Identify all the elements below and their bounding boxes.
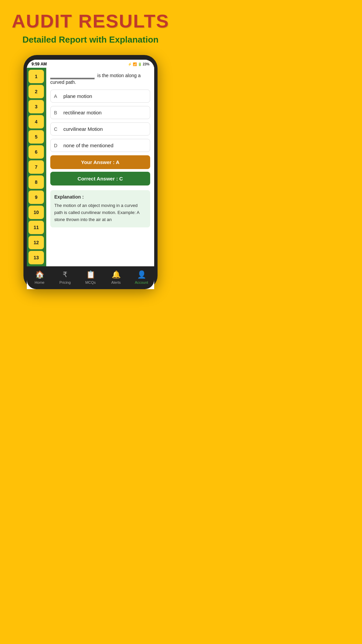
sidebar-item-7[interactable]: 7 <box>28 160 44 174</box>
nav-alerts[interactable]: 🔔 Alerts <box>106 270 126 284</box>
page-header: AUDIT RESULTS Detailed Report with Expla… <box>0 0 181 48</box>
nav-mcqs-label: MCQs <box>85 280 96 284</box>
sidebar-item-4[interactable]: 4 <box>28 115 44 128</box>
explanation-box: Explanation : The motion of an object mo… <box>50 190 150 227</box>
nav-pricing-label: Pricing <box>59 280 71 284</box>
account-icon: 👤 <box>137 270 146 279</box>
option-d[interactable]: D none of the mentioned <box>50 139 150 152</box>
nav-pricing[interactable]: ₹ Pricing <box>55 270 75 284</box>
subtitle: Detailed Report with Explanation <box>7 35 174 45</box>
option-c-letter: C <box>54 126 60 132</box>
sidebar-item-13[interactable]: 13 <box>28 251 44 264</box>
status-time: 9:59 AM <box>32 62 47 66</box>
content-area: 1 2 3 4 5 6 7 8 9 10 11 12 13 __________… <box>27 68 154 266</box>
sidebar-item-12[interactable]: 12 <box>28 236 44 249</box>
signal-icon: ⚡ <box>128 62 132 66</box>
option-d-text: none of the mentioned <box>63 143 113 148</box>
option-a-letter: A <box>54 94 60 99</box>
battery-percent: 23% <box>143 62 149 66</box>
status-icons: ⚡ 📶 🔋 23% <box>128 62 149 66</box>
sidebar-item-5[interactable]: 5 <box>28 130 44 144</box>
question-blank: _________________ <box>50 73 95 79</box>
sidebar-item-1[interactable]: 1 <box>28 70 44 83</box>
question-area: _________________ is the motion along a … <box>46 68 154 266</box>
nav-mcqs[interactable]: 📋 MCQs <box>80 270 101 284</box>
option-c-text: curvilinear Motion <box>63 126 103 132</box>
option-a-text: plane motion <box>63 93 92 99</box>
correct-answer-button[interactable]: Correct Answer : C <box>50 172 150 185</box>
sidebar-item-9[interactable]: 9 <box>28 191 44 204</box>
sidebar-item-11[interactable]: 11 <box>28 221 44 234</box>
sidebar-item-3[interactable]: 3 <box>28 100 44 113</box>
bottom-navigation: 🏠 Home ₹ Pricing 📋 MCQs 🔔 Alerts 👤 Accou… <box>27 266 154 289</box>
your-answer-button[interactable]: Your Answer : A <box>50 155 150 169</box>
alerts-icon: 🔔 <box>112 270 121 279</box>
pricing-icon: ₹ <box>63 270 67 279</box>
option-b-text: rectilinear motion <box>63 110 102 115</box>
explanation-title: Explanation : <box>54 194 146 200</box>
phone-frame: 9:59 AM ⚡ 📶 🔋 23% 1 2 3 4 5 6 7 8 9 10 <box>23 55 158 289</box>
nav-home[interactable]: 🏠 Home <box>29 270 50 284</box>
audit-title: AUDIT RESULTS <box>7 10 174 32</box>
question-sidebar: 1 2 3 4 5 6 7 8 9 10 11 12 13 <box>27 68 46 266</box>
nav-account[interactable]: 👤 Account <box>131 270 152 284</box>
sidebar-item-2[interactable]: 2 <box>28 85 44 98</box>
option-b[interactable]: B rectilinear motion <box>50 106 150 119</box>
option-c[interactable]: C curvilinear Motion <box>50 122 150 136</box>
question-text: _________________ is the motion along a … <box>50 72 150 86</box>
status-bar: 9:59 AM ⚡ 📶 🔋 23% <box>27 60 154 68</box>
explanation-text: The motion of an object moving in a curv… <box>54 202 146 223</box>
sidebar-item-8[interactable]: 8 <box>28 175 44 189</box>
phone-screen: 9:59 AM ⚡ 📶 🔋 23% 1 2 3 4 5 6 7 8 9 10 <box>27 60 154 289</box>
nav-home-label: Home <box>35 280 44 284</box>
nav-account-label: Account <box>135 280 148 284</box>
sidebar-item-6[interactable]: 6 <box>28 145 44 159</box>
home-icon: 🏠 <box>35 270 44 279</box>
nav-alerts-label: Alerts <box>111 280 121 284</box>
wifi-icon: 📶 <box>133 62 137 66</box>
option-d-letter: D <box>54 143 60 148</box>
option-a[interactable]: A plane motion <box>50 90 150 103</box>
sidebar-item-10[interactable]: 10 <box>28 206 44 219</box>
option-b-letter: B <box>54 110 60 115</box>
battery-icon: 🔋 <box>138 62 142 66</box>
mcqs-icon: 📋 <box>86 270 95 279</box>
